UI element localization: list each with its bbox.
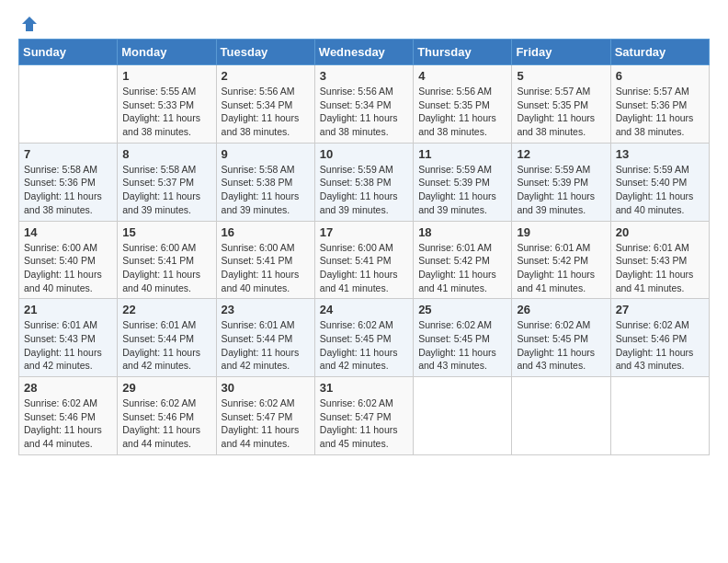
calendar-cell: 26Sunrise: 6:02 AMSunset: 5:45 PMDayligh… <box>512 299 610 377</box>
calendar-cell: 22Sunrise: 6:01 AMSunset: 5:44 PMDayligh… <box>118 299 216 377</box>
calendar-header-row: SundayMondayTuesdayWednesdayThursdayFrid… <box>19 40 710 65</box>
weekday-header: Saturday <box>610 40 709 65</box>
calendar-cell: 6Sunrise: 5:57 AMSunset: 5:36 PMDaylight… <box>610 65 709 144</box>
day-info: Sunrise: 5:58 AMSunset: 5:38 PMDaylight:… <box>222 163 310 217</box>
day-number: 20 <box>616 225 704 239</box>
calendar-cell: 8Sunrise: 5:58 AMSunset: 5:37 PMDaylight… <box>118 143 216 221</box>
day-number: 31 <box>320 381 408 395</box>
day-number: 11 <box>418 147 506 161</box>
calendar-cell: 15Sunrise: 6:00 AMSunset: 5:41 PMDayligh… <box>118 221 216 299</box>
day-number: 12 <box>517 147 605 161</box>
day-number: 22 <box>122 303 210 316</box>
day-info: Sunrise: 6:01 AMSunset: 5:42 PMDaylight:… <box>517 241 605 295</box>
day-info: Sunrise: 6:01 AMSunset: 5:43 PMDaylight:… <box>616 241 704 295</box>
calendar-cell <box>414 377 512 455</box>
calendar-cell: 1Sunrise: 5:55 AMSunset: 5:33 PMDaylight… <box>118 65 216 144</box>
calendar-cell: 13Sunrise: 5:59 AMSunset: 5:40 PMDayligh… <box>610 143 709 221</box>
calendar-cell: 14Sunrise: 6:00 AMSunset: 5:40 PMDayligh… <box>19 221 118 299</box>
weekday-header: Tuesday <box>216 40 314 65</box>
day-info: Sunrise: 6:00 AMSunset: 5:40 PMDaylight:… <box>24 241 112 295</box>
day-info: Sunrise: 6:02 AMSunset: 5:46 PMDaylight:… <box>122 396 210 451</box>
calendar-cell: 30Sunrise: 6:02 AMSunset: 5:47 PMDayligh… <box>216 377 314 455</box>
day-number: 5 <box>517 69 605 83</box>
day-info: Sunrise: 5:59 AMSunset: 5:39 PMDaylight:… <box>517 163 605 217</box>
day-info: Sunrise: 6:02 AMSunset: 5:46 PMDaylight:… <box>24 396 112 451</box>
weekday-header: Monday <box>118 40 216 65</box>
calendar-cell: 19Sunrise: 6:01 AMSunset: 5:42 PMDayligh… <box>512 221 610 299</box>
day-info: Sunrise: 6:01 AMSunset: 5:43 PMDaylight:… <box>24 318 112 373</box>
day-number: 8 <box>122 147 210 161</box>
day-number: 24 <box>320 303 408 316</box>
day-info: Sunrise: 5:59 AMSunset: 5:40 PMDaylight:… <box>616 163 704 217</box>
day-info: Sunrise: 5:56 AMSunset: 5:35 PMDaylight:… <box>418 85 506 139</box>
day-number: 10 <box>320 147 408 161</box>
day-number: 29 <box>122 381 210 395</box>
day-number: 1 <box>122 69 210 83</box>
calendar-cell: 31Sunrise: 6:02 AMSunset: 5:47 PMDayligh… <box>314 377 413 455</box>
day-number: 27 <box>616 303 704 316</box>
day-info: Sunrise: 6:02 AMSunset: 5:45 PMDaylight:… <box>517 318 605 373</box>
day-info: Sunrise: 5:59 AMSunset: 5:39 PMDaylight:… <box>418 163 506 217</box>
day-number: 2 <box>222 69 310 83</box>
day-number: 13 <box>616 147 704 161</box>
logo <box>18 18 39 29</box>
calendar-cell: 21Sunrise: 6:01 AMSunset: 5:43 PMDayligh… <box>19 299 118 377</box>
calendar-cell <box>512 377 610 455</box>
calendar-table: SundayMondayTuesdayWednesdayThursdayFrid… <box>18 39 710 455</box>
calendar-cell: 5Sunrise: 5:57 AMSunset: 5:35 PMDaylight… <box>512 65 610 144</box>
calendar-cell: 3Sunrise: 5:56 AMSunset: 5:34 PMDaylight… <box>314 65 413 144</box>
calendar-cell: 29Sunrise: 6:02 AMSunset: 5:46 PMDayligh… <box>118 377 216 455</box>
day-number: 23 <box>222 303 310 316</box>
calendar-cell: 17Sunrise: 6:00 AMSunset: 5:41 PMDayligh… <box>314 221 413 299</box>
calendar-cell: 27Sunrise: 6:02 AMSunset: 5:46 PMDayligh… <box>610 299 709 377</box>
calendar-cell: 11Sunrise: 5:59 AMSunset: 5:39 PMDayligh… <box>414 143 512 221</box>
day-info: Sunrise: 5:56 AMSunset: 5:34 PMDaylight:… <box>222 85 310 139</box>
calendar-cell: 2Sunrise: 5:56 AMSunset: 5:34 PMDaylight… <box>216 65 314 144</box>
day-number: 4 <box>418 69 506 83</box>
weekday-header: Sunday <box>19 40 118 65</box>
calendar-cell <box>610 377 709 455</box>
day-info: Sunrise: 5:55 AMSunset: 5:33 PMDaylight:… <box>122 85 210 139</box>
day-info: Sunrise: 6:02 AMSunset: 5:45 PMDaylight:… <box>418 318 506 373</box>
day-info: Sunrise: 6:00 AMSunset: 5:41 PMDaylight:… <box>122 241 210 295</box>
day-info: Sunrise: 5:56 AMSunset: 5:34 PMDaylight:… <box>320 85 408 139</box>
weekday-header: Friday <box>512 40 610 65</box>
day-info: Sunrise: 5:58 AMSunset: 5:36 PMDaylight:… <box>24 163 112 217</box>
day-number: 17 <box>320 225 408 239</box>
day-number: 15 <box>122 225 210 239</box>
day-number: 14 <box>24 225 112 239</box>
day-number: 30 <box>222 381 310 395</box>
calendar-cell: 28Sunrise: 6:02 AMSunset: 5:46 PMDayligh… <box>19 377 118 455</box>
calendar-cell: 12Sunrise: 5:59 AMSunset: 5:39 PMDayligh… <box>512 143 610 221</box>
calendar-cell <box>19 65 118 144</box>
calendar-cell: 4Sunrise: 5:56 AMSunset: 5:35 PMDaylight… <box>414 65 512 144</box>
day-number: 21 <box>24 303 112 316</box>
calendar-cell: 23Sunrise: 6:01 AMSunset: 5:44 PMDayligh… <box>216 299 314 377</box>
day-number: 28 <box>24 381 112 395</box>
day-number: 3 <box>320 69 408 83</box>
day-number: 9 <box>222 147 310 161</box>
day-number: 19 <box>517 225 605 239</box>
svg-marker-0 <box>22 17 37 31</box>
calendar-cell: 16Sunrise: 6:00 AMSunset: 5:41 PMDayligh… <box>216 221 314 299</box>
day-number: 6 <box>616 69 704 83</box>
day-info: Sunrise: 6:00 AMSunset: 5:41 PMDaylight:… <box>222 241 310 295</box>
calendar-week-row: 7Sunrise: 5:58 AMSunset: 5:36 PMDaylight… <box>19 143 710 221</box>
calendar-cell: 18Sunrise: 6:01 AMSunset: 5:42 PMDayligh… <box>414 221 512 299</box>
calendar-cell: 7Sunrise: 5:58 AMSunset: 5:36 PMDaylight… <box>19 143 118 221</box>
day-info: Sunrise: 6:01 AMSunset: 5:44 PMDaylight:… <box>122 318 210 373</box>
day-info: Sunrise: 6:02 AMSunset: 5:45 PMDaylight:… <box>320 318 408 373</box>
weekday-header: Thursday <box>414 40 512 65</box>
page-header <box>18 18 710 29</box>
calendar-cell: 24Sunrise: 6:02 AMSunset: 5:45 PMDayligh… <box>314 299 413 377</box>
day-info: Sunrise: 6:01 AMSunset: 5:42 PMDaylight:… <box>418 241 506 295</box>
day-info: Sunrise: 5:59 AMSunset: 5:38 PMDaylight:… <box>320 163 408 217</box>
day-info: Sunrise: 6:01 AMSunset: 5:44 PMDaylight:… <box>222 318 310 373</box>
calendar-cell: 20Sunrise: 6:01 AMSunset: 5:43 PMDayligh… <box>610 221 709 299</box>
calendar-cell: 9Sunrise: 5:58 AMSunset: 5:38 PMDaylight… <box>216 143 314 221</box>
calendar-week-row: 1Sunrise: 5:55 AMSunset: 5:33 PMDaylight… <box>19 65 710 144</box>
calendar-cell: 25Sunrise: 6:02 AMSunset: 5:45 PMDayligh… <box>414 299 512 377</box>
calendar-week-row: 14Sunrise: 6:00 AMSunset: 5:40 PMDayligh… <box>19 221 710 299</box>
day-number: 7 <box>24 147 112 161</box>
day-info: Sunrise: 5:58 AMSunset: 5:37 PMDaylight:… <box>122 163 210 217</box>
